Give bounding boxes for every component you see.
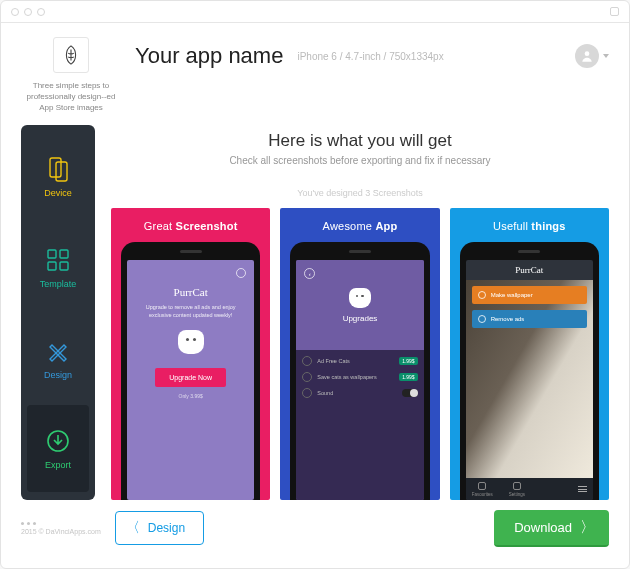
svg-point-0 (585, 51, 590, 56)
avatar-icon (575, 44, 599, 68)
svg-rect-6 (60, 262, 68, 270)
sidebar-item-label: Template (40, 279, 77, 289)
back-button-label: Design (148, 521, 185, 535)
window-controls[interactable] (11, 8, 45, 16)
footer-left: 2015 © DaVinciApps.com (21, 522, 101, 535)
mock-tabbar: Favourites Settings (466, 478, 593, 500)
main-row: Device Template (21, 125, 609, 500)
remove-icon (478, 315, 486, 323)
app-name-title: Your app name (135, 43, 283, 69)
mock-title: Upgrades (343, 314, 378, 323)
mock-description: Upgrade to remove all ads and enjoy excl… (127, 304, 254, 319)
tab-settings: Settings (509, 482, 525, 497)
brand-column: Three simple steps to professionally des… (21, 37, 121, 113)
export-icon (44, 427, 72, 455)
mac-titlebar (1, 1, 629, 23)
ghost-icon (178, 330, 204, 354)
brand-tagline: Three simple steps to professionally des… (21, 81, 121, 113)
content-area: Here is what you will get Check all scre… (111, 125, 609, 500)
sidebar-item-label: Design (44, 370, 72, 380)
screenshot-caption: Great Screenshot (144, 220, 238, 232)
download-button-label: Download (514, 520, 572, 535)
design-icon (44, 337, 72, 365)
header-row: Three simple steps to professionally des… (21, 37, 609, 113)
chevron-down-icon (603, 54, 609, 58)
sidebar-item-template[interactable]: Template (27, 224, 89, 311)
step-sidebar: Device Template (21, 125, 95, 500)
screenshot-row: Great Screenshot PurrCat Upgrade to remo… (111, 208, 609, 500)
ghost-icon (349, 288, 371, 308)
content-subline: Check all screenshots before exporting a… (229, 155, 490, 166)
footer-bar: 2015 © DaVinciApps.com 〈 Design Download… (21, 500, 609, 556)
template-icon (44, 246, 72, 274)
svg-rect-4 (60, 250, 68, 258)
screenshot-caption: Awesome App (323, 220, 398, 232)
svg-rect-3 (48, 250, 56, 258)
logo-icon (53, 37, 89, 73)
wallpaper-icon (478, 291, 486, 299)
close-dot[interactable] (11, 8, 19, 16)
svg-rect-5 (48, 262, 56, 270)
phone-mockup: PurrCat Make wallpaper Remove ads Favour… (460, 242, 599, 500)
phone-mockup: PurrCat Upgrade to remove all ads and en… (121, 242, 260, 500)
mock-brand: PurrCat (466, 260, 593, 280)
sidebar-item-design[interactable]: Design (27, 315, 89, 402)
sidebar-item-device[interactable]: Device (27, 133, 89, 220)
menu-icon (578, 486, 587, 492)
mock-brand: PurrCat (174, 286, 208, 298)
close-icon (236, 268, 246, 278)
app-window: Three simple steps to professionally des… (0, 0, 630, 569)
back-button[interactable]: 〈 Design (115, 511, 204, 545)
tab-favourites: Favourites (472, 482, 493, 497)
fullscreen-icon[interactable] (610, 7, 619, 16)
phone-mockup: ‹ Upgrades Ad Free Cats1.99$ Save cats a… (290, 242, 429, 500)
toggle-icon (402, 389, 418, 397)
action-pill: Remove ads (472, 310, 587, 328)
account-menu[interactable] (575, 44, 609, 68)
zoom-dot[interactable] (37, 8, 45, 16)
device-spec-text: iPhone 6 / 4.7-inch / 750x1334px (297, 51, 443, 62)
list-item: Sound (302, 388, 417, 398)
screenshot-card[interactable]: Great Screenshot PurrCat Upgrade to remo… (111, 208, 270, 500)
chevron-right-icon: 〉 (580, 518, 595, 537)
content-headline: Here is what you will get (268, 131, 451, 151)
screenshot-card[interactable]: Usefull things PurrCat Make wallpaper Re… (450, 208, 609, 500)
screenshot-card[interactable]: Awesome App ‹ Upgrades Ad Free Cats (280, 208, 439, 500)
download-button[interactable]: Download 〉 (494, 510, 609, 547)
header-main: Your app name iPhone 6 / 4.7-inch / 750x… (121, 37, 609, 69)
copyright-text: 2015 © DaVinciApps.com (21, 528, 101, 535)
price-text: Only 3.99$ (179, 393, 203, 399)
app-body: Three simple steps to professionally des… (1, 23, 629, 568)
sidebar-item-export[interactable]: Export (27, 405, 89, 492)
screenshot-count: You've designed 3 Screenshots (297, 188, 422, 198)
action-pill: Make wallpaper (472, 286, 587, 304)
sidebar-item-label: Device (44, 188, 72, 198)
more-icon[interactable] (21, 522, 36, 525)
device-icon (44, 155, 72, 183)
minimize-dot[interactable] (24, 8, 32, 16)
list-item: Ad Free Cats1.99$ (302, 356, 417, 366)
upgrade-button: Upgrade Now (155, 368, 226, 387)
list-item: Save cats as wallpapers1.99$ (302, 372, 417, 382)
chevron-left-icon: 〈 (126, 519, 140, 537)
sidebar-item-label: Export (45, 460, 71, 470)
screenshot-caption: Usefull things (493, 220, 565, 232)
back-icon: ‹ (304, 268, 315, 279)
